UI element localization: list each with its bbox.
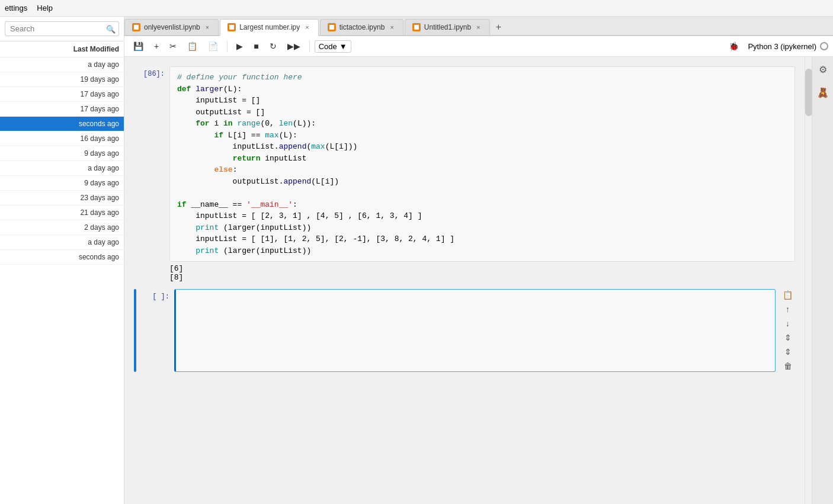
delete-cell-btn[interactable]: 🗑 <box>780 360 795 372</box>
settings-gutter-icon[interactable]: ⚙ <box>816 62 829 78</box>
sidebar-file-item[interactable]: a day ago <box>0 161 124 176</box>
right-gutter: ⚙ 🧸 <box>812 57 833 504</box>
sidebar-file-item[interactable]: 9 days ago <box>0 146 124 161</box>
add-cell-button[interactable]: + <box>150 38 163 54</box>
sidebar-file-item[interactable]: 21 days ago <box>0 206 124 220</box>
notebook-scrollbar[interactable] <box>805 57 812 504</box>
cell-empty-wrapper: [ ]: 📋 ↑ ↓ ⇕ ⇕ 🗑 <box>134 289 795 372</box>
sidebar-file-item[interactable]: 19 days ago <box>0 72 124 87</box>
sidebar-file-item[interactable]: 16 days ago <box>0 131 124 146</box>
restart-run-all-button[interactable]: ▶▶ <box>283 38 305 54</box>
toolbar-separator-1 <box>227 40 228 52</box>
kw-if: if <box>214 131 223 140</box>
search-input[interactable] <box>5 21 119 36</box>
tab-untitled1-ipynb[interactable]: Untitled1.ipynb× <box>405 19 490 35</box>
interrupt-button[interactable]: ■ <box>249 38 262 54</box>
tab-label: Largest number.ipy <box>239 23 300 31</box>
fn-append2: append <box>283 177 311 186</box>
file-time-label: 23 days ago <box>81 194 119 202</box>
main-layout: 🔍 Last Modified a day ago19 days ago17 d… <box>0 17 833 504</box>
debug-button[interactable]: 🐞 <box>725 38 743 54</box>
tab-tictactoe-ipynb[interactable]: tictactoe.ipynb× <box>320 19 403 35</box>
tab-onlyevenlist-ipynb[interactable]: onlyevenlist.ipynb× <box>124 19 219 35</box>
kw-in: in <box>223 119 233 128</box>
last-modified-header: Last Modified <box>73 45 119 53</box>
extensions-gutter-icon[interactable]: 🧸 <box>815 85 831 101</box>
move-down-btn[interactable]: ↓ <box>780 317 795 329</box>
builtin-range: range <box>237 119 260 128</box>
file-time-label: a day ago <box>88 60 119 69</box>
cell-empty-tools: 📋 ↑ ↓ ⇕ ⇕ 🗑 <box>780 289 795 372</box>
fn-print2: print <box>196 246 219 255</box>
file-time-label: 2 days ago <box>84 223 119 232</box>
cell-empty-prompt: [ ]: <box>139 289 174 372</box>
notebook-content[interactable]: [86]: # define your function here def la… <box>124 57 805 504</box>
toolbar-right: 🐞 Python 3 (ipykernel) <box>725 38 828 54</box>
kw-for: for <box>196 119 209 128</box>
sidebar-file-item[interactable]: 17 days ago <box>0 87 124 102</box>
output-line2: [8] <box>169 273 795 282</box>
tab-label: tictactoe.ipynb <box>339 23 385 31</box>
tab-close-button[interactable]: × <box>303 23 310 31</box>
fn-append1: append <box>279 142 307 151</box>
cell-type-label: Code <box>319 42 337 51</box>
sidebar-file-item[interactable]: a day ago <box>0 57 124 72</box>
tab-close-button[interactable]: × <box>204 23 211 31</box>
sidebar-file-item[interactable]: 23 days ago <box>0 191 124 206</box>
sidebar-file-item[interactable]: seconds ago <box>0 250 124 265</box>
toolbar: 💾 + ✂ 📋 📄 ▶ ■ ↻ ▶▶ Code ▼ 🐞 Python 3 (ip… <box>124 36 833 57</box>
sidebar-file-item[interactable]: seconds ago <box>0 117 124 131</box>
menu-settings[interactable]: ettings <box>5 4 27 12</box>
file-time-label: 9 days ago <box>84 179 119 187</box>
file-time-label: 19 days ago <box>81 75 119 84</box>
add-tab-button[interactable]: + <box>491 20 506 35</box>
builtin-max2: max <box>311 142 325 151</box>
sidebar-file-item[interactable]: 2 days ago <box>0 220 124 235</box>
copy-cell-btn[interactable]: 📋 <box>780 289 795 301</box>
sidebar-file-item[interactable]: 17 days ago <box>0 102 124 117</box>
tab-close-button[interactable]: × <box>475 23 482 31</box>
kernel-info: Python 3 (ipykernel) <box>748 42 828 51</box>
file-time-label: 17 days ago <box>81 90 119 98</box>
sidebar-search-area: 🔍 <box>0 17 124 41</box>
file-time-label: a day ago <box>88 164 119 172</box>
add-above-btn[interactable]: ⇕ <box>780 332 795 344</box>
sidebar-header: Last Modified <box>0 41 124 57</box>
kw-def: def <box>177 85 191 94</box>
save-button[interactable]: 💾 <box>129 38 148 54</box>
cell-86-content[interactable]: # define your function here def larger(L… <box>169 66 795 262</box>
cell-86-output: [6] [8] <box>169 262 795 284</box>
comment-define: # define your function here <box>177 73 302 82</box>
kernel-name-label: Python 3 (ipykernel) <box>748 42 816 51</box>
file-time-label: 21 days ago <box>81 208 119 217</box>
restart-button[interactable]: ↻ <box>265 38 281 54</box>
merge-btn[interactable]: ⇕ <box>780 346 795 358</box>
notebook-icon <box>328 23 336 31</box>
menu-help[interactable]: Help <box>37 4 53 12</box>
tab-label: onlyevenlist.ipynb <box>144 23 200 31</box>
kernel-status-circle <box>820 42 828 50</box>
cell-type-selector[interactable]: Code ▼ <box>315 40 351 53</box>
run-button[interactable]: ▶ <box>232 38 247 54</box>
cell-empty-content[interactable] <box>174 289 776 372</box>
move-up-btn[interactable]: ↑ <box>780 303 795 315</box>
kw-if-main: if <box>177 200 187 209</box>
builtin-len: len <box>279 119 293 128</box>
cell-86: [86]: # define your function here def la… <box>134 66 795 284</box>
paste-button[interactable]: 📄 <box>204 38 222 54</box>
notebook-scroll-thumb <box>805 69 812 116</box>
notebook-area: onlyevenlist.ipynb×Largest number.ipy×ti… <box>124 17 833 504</box>
copy-button[interactable]: 📋 <box>183 38 201 54</box>
cut-button[interactable]: ✂ <box>165 38 181 54</box>
fn-print1: print <box>196 223 219 232</box>
sidebar-file-item[interactable]: 9 days ago <box>0 176 124 191</box>
builtin-max1: max <box>265 131 278 140</box>
cell-empty: [ ]: 📋 ↑ ↓ ⇕ ⇕ 🗑 <box>134 289 795 372</box>
file-time-label: 9 days ago <box>84 149 119 158</box>
notebook-body: [86]: # define your function here def la… <box>124 57 833 504</box>
notebook-icon <box>228 23 236 31</box>
tab-largest-number-ipy[interactable]: Largest number.ipy× <box>220 19 319 36</box>
tab-close-button[interactable]: × <box>388 23 395 31</box>
sidebar-file-item[interactable]: a day ago <box>0 235 124 250</box>
cell-type-chevron: ▼ <box>339 42 347 51</box>
